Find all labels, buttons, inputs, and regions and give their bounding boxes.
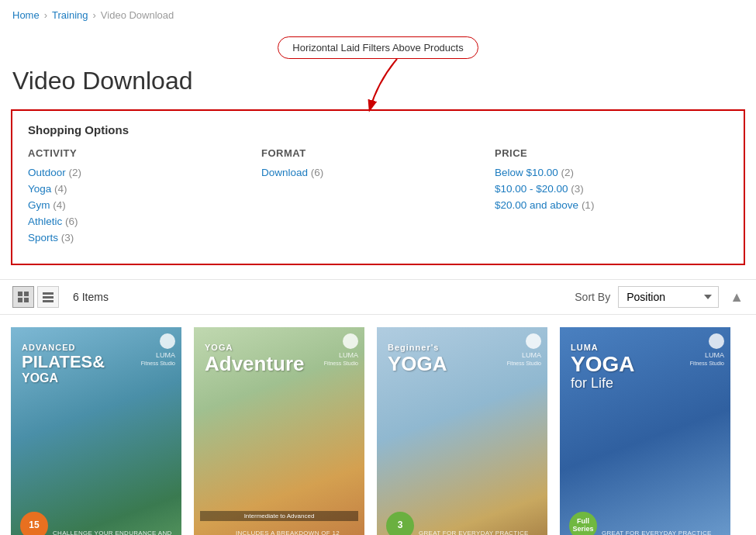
product-image-3: LUMAFitness Studio LUMA YOGA for Life Fu… — [560, 327, 730, 535]
filter-count-0-1: (4) — [54, 183, 67, 195]
filter-col-header-2: PRICE — [495, 147, 728, 159]
product-image-1: LUMAFitness Studio YOGA Adventure Interm… — [194, 327, 364, 535]
annotation-bubble: Horizontal Laid Filters Above Products — [278, 36, 478, 59]
product-image-0: LUMAFitness Studio ADVANCED PILATES& YOG… — [11, 327, 181, 535]
filter-link-0-2[interactable]: Gym — [28, 199, 50, 211]
sort-select[interactable]: PositionNamePrice — [618, 286, 719, 308]
product-grid: LUMAFitness Studio ADVANCED PILATES& YOG… — [0, 327, 756, 535]
svg-rect-3 — [24, 298, 29, 302]
filter-link-0-1[interactable]: Yoga — [28, 183, 51, 195]
filter-item-0-1[interactable]: Yoga (4) — [28, 183, 261, 195]
filter-count-0-0: (2) — [69, 167, 82, 178]
dvd-title-3: LUMA YOGA for Life — [571, 340, 720, 392]
annotation-text: Horizontal Laid Filters Above Products — [292, 42, 463, 54]
items-count: 6 Items — [73, 291, 109, 303]
list-view-button[interactable] — [37, 286, 59, 308]
dvd-bottom-text-0: CHALLENGE YOUR ENDURANCE AND IMPROVE YOU… — [53, 530, 175, 535]
filter-count-1-0: (6) — [311, 167, 324, 178]
filter-link-0-3[interactable]: Athletic — [28, 216, 62, 227]
dvd-level-1: Intermediate to Advanced — [200, 511, 358, 521]
filter-columns: ACTIVITYOutdoor (2)Yoga (4)Gym (4)Athlet… — [28, 147, 728, 248]
filter-count-0-4: (3) — [61, 232, 74, 243]
filter-count-2-0: (2) — [561, 167, 575, 178]
shopping-options-title: Shopping Options — [28, 123, 728, 136]
list-icon — [42, 291, 54, 303]
filter-col-2: PRICEBelow $10.00 (2)$10.00 - $20.00 (3)… — [495, 147, 728, 248]
dvd-badge-0: 15 — [20, 512, 48, 535]
filter-link-1-0[interactable]: Download — [261, 167, 308, 178]
filter-item-0-4[interactable]: Sports (3) — [28, 232, 261, 243]
filter-link-2-2[interactable]: $20.00 and above — [495, 199, 578, 211]
filter-item-0-3[interactable]: Athletic (6) — [28, 216, 261, 227]
annotation-bubble-container: Horizontal Laid Filters Above Products — [278, 36, 478, 59]
svg-rect-6 — [43, 300, 54, 302]
svg-rect-0 — [18, 292, 22, 296]
breadcrumb-current: Video Download — [101, 9, 174, 21]
filter-link-2-1[interactable]: $10.00 - $20.00 — [495, 183, 568, 195]
breadcrumb-training[interactable]: Training — [52, 9, 88, 21]
breadcrumb: Home › Training › Video Download — [0, 0, 756, 30]
filter-col-header-1: FORMAT — [261, 147, 495, 159]
product-card-3[interactable]: LUMAFitness Studio LUMA YOGA for Life Fu… — [560, 327, 730, 535]
product-card-2[interactable]: LUMAFitness Studio Beginner's YOGA 3 GRE… — [377, 327, 547, 535]
toolbar: 6 Items Sort By PositionNamePrice ▲ — [0, 279, 756, 315]
view-buttons — [12, 286, 59, 308]
dvd-title-1: YOGA Adventure — [205, 340, 354, 374]
filter-item-2-1[interactable]: $10.00 - $20.00 (3) — [495, 183, 728, 195]
product-image-2: LUMAFitness Studio Beginner's YOGA 3 GRE… — [377, 327, 547, 535]
sort-label: Sort By — [575, 291, 610, 303]
dvd-bottom-text-3: GREAT FOR EVERYDAY PRACTICE AND STRESS R… — [602, 530, 724, 535]
filter-count-2-2: (1) — [582, 199, 595, 211]
grid-view-button[interactable] — [12, 286, 34, 308]
breadcrumb-sep1: › — [44, 9, 47, 21]
dvd-bottom-text-2: GREAT FOR EVERYDAY PRACTICE AND STRESS R… — [419, 530, 541, 535]
dvd-badge-2: 3 — [386, 512, 414, 535]
annotation-wrapper: Horizontal Laid Filters Above Products — [0, 30, 756, 59]
svg-rect-2 — [18, 298, 22, 302]
product-card-1[interactable]: LUMAFitness Studio YOGA Adventure Interm… — [194, 327, 364, 535]
filter-item-2-2[interactable]: $20.00 and above (1) — [495, 199, 728, 211]
filter-link-0-4[interactable]: Sports — [28, 232, 58, 243]
filter-count-2-1: (3) — [571, 183, 584, 195]
breadcrumb-home[interactable]: Home — [12, 9, 40, 21]
dvd-badge-3: Full Series — [569, 512, 597, 535]
filter-col-header-0: ACTIVITY — [28, 147, 261, 159]
filter-item-1-0[interactable]: Download (6) — [261, 167, 495, 178]
filter-item-2-0[interactable]: Below $10.00 (2) — [495, 167, 728, 178]
svg-rect-5 — [43, 296, 54, 299]
shopping-options-box: Shopping Options ACTIVITYOutdoor (2)Yoga… — [11, 109, 745, 265]
dvd-bottom-text-1: INCLUDES A BREAKDOWN OF 12 DIFFERENT POS… — [236, 530, 358, 535]
filter-col-0: ACTIVITYOutdoor (2)Yoga (4)Gym (4)Athlet… — [28, 147, 261, 248]
svg-rect-1 — [24, 292, 29, 296]
filter-link-0-0[interactable]: Outdoor — [28, 167, 66, 178]
filter-item-0-0[interactable]: Outdoor (2) — [28, 167, 261, 178]
product-card-0[interactable]: LUMAFitness Studio ADVANCED PILATES& YOG… — [11, 327, 181, 535]
filter-count-0-3: (6) — [65, 216, 78, 227]
breadcrumb-sep2: › — [93, 9, 96, 21]
dvd-title-2: Beginner's YOGA — [388, 340, 537, 374]
page-title: Video Download — [0, 59, 756, 109]
sort-direction-button[interactable]: ▲ — [730, 289, 744, 305]
grid-icon — [17, 291, 29, 303]
dvd-title-0: ADVANCED PILATES& YOGA — [22, 340, 171, 385]
filter-col-1: FORMATDownload (6) — [261, 147, 495, 248]
svg-rect-4 — [43, 292, 54, 295]
filter-link-2-0[interactable]: Below $10.00 — [495, 167, 558, 178]
filter-count-0-2: (4) — [53, 199, 66, 211]
filter-item-0-2[interactable]: Gym (4) — [28, 199, 261, 211]
